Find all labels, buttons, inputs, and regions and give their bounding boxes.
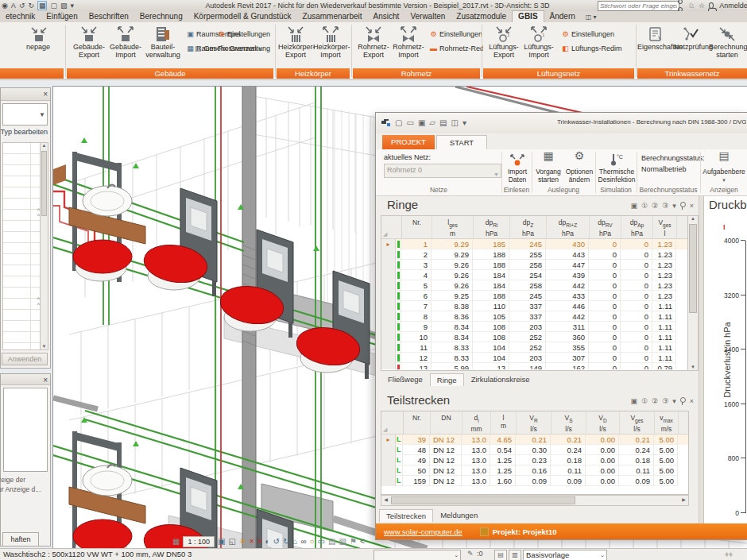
ribbon-tab-etechnik[interactable]: etechnik xyxy=(0,11,41,22)
close-icon[interactable]: × xyxy=(43,375,48,385)
property-row[interactable] xyxy=(3,232,40,243)
rendering-icon[interactable]: ◐ xyxy=(265,537,270,546)
rotate-left-icon[interactable]: ↺ xyxy=(273,537,280,546)
column-header[interactable]: dimm xyxy=(463,411,491,434)
ribbon-tab-zusammenarbeit[interactable]: Zusammenarbeit xyxy=(297,11,368,22)
save-icon[interactable]: ▣ xyxy=(418,118,425,127)
toolbar-more-icon[interactable]: ▾ xyxy=(463,118,466,127)
shadow-icon[interactable]: ◱ xyxy=(228,537,235,546)
table-row[interactable]: 108.34108252360001.11 xyxy=(381,332,688,342)
rohrnetz-import-button[interactable]: Rohrnetz-Import xyxy=(391,24,426,67)
table-row[interactable]: ▸19.29185245430001.23 xyxy=(381,239,688,249)
property-row[interactable] xyxy=(3,288,40,299)
scroll-left-icon[interactable]: ◀ xyxy=(381,496,390,505)
autohide-icon[interactable]: ▣ xyxy=(630,397,637,405)
disable-crop-icon[interactable]: × xyxy=(250,537,254,546)
layout-2-icon[interactable]: ② xyxy=(652,397,658,405)
collapse-section-icon[interactable]: ^^ xyxy=(37,207,40,218)
favorites-icon[interactable]: ☆ xyxy=(699,2,705,10)
filter-icon[interactable]: ▤ xyxy=(494,550,507,560)
ribbon-tab-beschriften[interactable]: Beschriften xyxy=(83,11,134,22)
column-header[interactable]: dpRihPa xyxy=(474,216,510,238)
report-icon[interactable]: ◫ xyxy=(451,118,459,127)
property-row[interactable] xyxy=(3,299,40,310)
ringe-scrollbar[interactable]: ▲▼ xyxy=(687,215,699,371)
column-header[interactable]: Vgesl/s xyxy=(620,411,655,434)
palette-tab-eigenschaften[interactable]: haften xyxy=(2,532,39,546)
property-row[interactable] xyxy=(3,143,40,154)
table-row[interactable]: 78.38110337446001.11 xyxy=(381,301,688,311)
sign-in-button[interactable]: Anmelden xyxy=(719,2,747,10)
sun-path-icon[interactable]: ☀ xyxy=(239,537,246,546)
column-header[interactable]: lm xyxy=(491,411,517,434)
table-row[interactable]: 49.26184254439001.23 xyxy=(381,270,688,280)
table-row[interactable]: 98.34108203311001.11 xyxy=(381,322,688,332)
light-icon[interactable]: ○ xyxy=(310,537,315,546)
stack-icon[interactable]: ▤ xyxy=(328,537,335,546)
lueftung-einstellungen-button[interactable]: ⚙Einstellungen xyxy=(561,29,614,41)
copy-icon[interactable]: ▱ xyxy=(429,118,435,127)
disable-shadow-icon[interactable]: × xyxy=(257,537,262,546)
heizkoerper-import-button[interactable]: Heizkörper-Import xyxy=(313,24,348,67)
property-row[interactable] xyxy=(3,276,40,288)
table-row[interactable]: L49DN 1213.01.250.230.180.000.185.00 xyxy=(381,455,688,465)
ribbon-tab-ansicht[interactable]: Ansicht xyxy=(368,11,405,22)
lueftung-import-button[interactable]: 1 Lüftungs-Import xyxy=(521,24,556,67)
redo-icon[interactable]: ↻ xyxy=(28,2,34,10)
pin-icon[interactable] xyxy=(680,202,686,207)
new-file-icon[interactable]: ▢ xyxy=(395,118,402,127)
import-daten-button[interactable]: Import Daten xyxy=(503,152,532,183)
optionen-aendern-button[interactable]: ⚙ Optionen ändern xyxy=(564,152,594,183)
layout-1-icon[interactable]: ① xyxy=(641,202,648,210)
crop-icon[interactable]: ▦ xyxy=(172,537,180,546)
camera-icon[interactable]: ▭ xyxy=(318,537,325,546)
ribbon-tab-zusatzmodule[interactable]: Zusatzmodule xyxy=(451,11,512,22)
design-option-combo[interactable]: ⌄ xyxy=(374,550,461,560)
search-input[interactable] xyxy=(598,1,679,11)
rohrnetz-einstellungen-button[interactable]: ⚙Einstellungen xyxy=(429,29,482,41)
ribbon-tab-berechnung[interactable]: Berechnung xyxy=(134,11,188,22)
flag-icon[interactable]: ⚑ xyxy=(350,537,357,546)
property-row[interactable] xyxy=(3,321,40,332)
table-row[interactable]: 29.29188255443001.23 xyxy=(381,249,688,260)
column-header[interactable]: Nr. xyxy=(402,216,432,238)
column-header[interactable]: vmaxm/s xyxy=(655,411,679,434)
tab-teilstrecken[interactable]: Teilstrecken xyxy=(379,509,433,522)
table-row[interactable]: 59.26184258442001.23 xyxy=(381,280,688,291)
scale-button[interactable]: 1 : 100 xyxy=(183,536,215,547)
template-combo[interactable]: Basisvorlage⌄ xyxy=(523,550,607,560)
table-row[interactable]: 128.33104203307001.11 xyxy=(381,353,688,363)
tab-ringe[interactable]: Ringe xyxy=(430,373,464,386)
tab-options-icon[interactable]: ◫ ▾ xyxy=(586,12,597,22)
layout-1-icon[interactable]: ① xyxy=(641,397,648,405)
tab-fließwege[interactable]: Fließwege xyxy=(381,373,430,386)
panel-dropdown-icon[interactable]: ▾ xyxy=(672,202,676,210)
column-header[interactable]: lgesm xyxy=(432,216,474,238)
table-row[interactable]: 88.36105337442001.11 xyxy=(381,311,688,322)
table-row[interactable]: L159DN 1213.01.600.090.090.000.095.00 xyxy=(381,476,688,486)
eigenschaften-button[interactable]: Eigenschaften xyxy=(637,24,674,67)
property-grid[interactable] xyxy=(2,142,41,350)
tab-meldungen[interactable]: Meldungen xyxy=(433,508,485,522)
ribbon-tab-körpermodell & grundstück[interactable]: Körpermodell & Grundstück xyxy=(188,11,297,22)
property-row[interactable] xyxy=(3,154,40,165)
property-row[interactable] xyxy=(3,254,40,265)
ribbon-tab-gbis[interactable]: GBIS xyxy=(512,10,544,22)
press-drag-icon[interactable]: ◉ xyxy=(2,2,8,10)
netzpruefung-button[interactable]: Netzprüfung xyxy=(674,24,709,67)
einstellungen-button[interactable]: ⚙Einstellungen xyxy=(217,29,270,41)
column-header[interactable]: Vgesl xyxy=(653,216,677,238)
tab-zirkulationskreise[interactable]: Zirkulationskreise xyxy=(464,373,537,386)
property-row[interactable] xyxy=(3,243,40,254)
table-row[interactable]: 118.33104252355001.11 xyxy=(381,342,688,353)
geschossverwaltung-button[interactable]: ▤Geschossverwaltung xyxy=(193,43,270,55)
ergebnis-import-button[interactable]: Ergeb import xyxy=(744,24,747,67)
vorgang-starten-button[interactable]: ▦ Vorgang starten xyxy=(533,152,563,183)
palette-content[interactable] xyxy=(3,388,48,472)
column-header[interactable]: dpAphPa xyxy=(621,216,653,238)
homepage-button[interactable]: nepage xyxy=(16,24,60,67)
tab-projekt[interactable]: PROJEKT xyxy=(382,135,435,149)
netz-combo[interactable]: Rohrnetz 0▼ xyxy=(384,164,501,178)
table-row[interactable]: 135.9913149162000.79 xyxy=(381,363,688,369)
isolate-icon[interactable]: ▧ xyxy=(339,537,346,546)
